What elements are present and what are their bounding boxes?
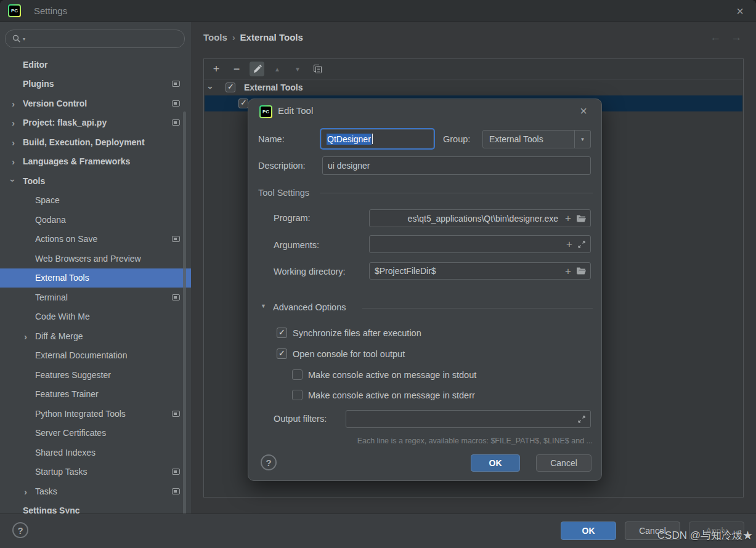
title-bar: Settings ×	[0, 0, 756, 22]
chevron-right-icon: ›	[24, 331, 27, 340]
sidebar-scrollbar[interactable]	[183, 111, 186, 532]
monitor-icon	[172, 119, 180, 126]
forward-arrow-icon[interactable]: →	[731, 31, 742, 44]
search-caret-icon: ▾	[23, 36, 25, 42]
monitor-icon	[172, 236, 180, 242]
description-input[interactable]: ui designer	[322, 156, 591, 175]
search-input[interactable]: ▾	[5, 30, 185, 48]
tree-row-external-tools[interactable]: › ✓ External Tools	[205, 79, 742, 95]
sidebar-item-terminal[interactable]: Terminal	[0, 288, 191, 307]
sidebar-item-space[interactable]: Space	[0, 191, 191, 211]
monitor-icon	[172, 411, 180, 417]
monitor-icon	[172, 294, 180, 300]
insert-macro-icon[interactable]: +	[565, 266, 571, 276]
edit-tool-dialog: Edit Tool × Name: QtDesigner Group: Exte…	[248, 99, 602, 481]
group-label: Group:	[443, 130, 470, 148]
sidebar-item-web-browsers-and-preview[interactable]: Web Browsers and Preview	[0, 249, 191, 268]
checkbox-label: Make console active on message in stdout	[308, 370, 476, 380]
sidebar-item-shared-indexes[interactable]: Shared Indexes	[0, 443, 191, 462]
output-filters-input[interactable]	[346, 410, 591, 428]
back-arrow-icon[interactable]: ←	[710, 31, 721, 44]
chevron-right-icon: ›	[12, 118, 15, 127]
sidebar-item-external-documentation[interactable]: External Documentation	[0, 346, 191, 366]
monitor-icon	[172, 488, 180, 494]
close-icon[interactable]: ×	[731, 2, 749, 20]
section-divider	[320, 193, 593, 193]
remove-icon[interactable]: −	[229, 62, 244, 76]
csdn-watermark: CSDN @与知冷煖★	[657, 528, 753, 542]
group-select[interactable]: External Tools ▼	[482, 130, 591, 148]
name-value-selected: QtDesigner	[327, 134, 372, 145]
help-icon[interactable]: ?	[261, 454, 277, 470]
edit-pencil-icon[interactable]	[250, 62, 264, 76]
sidebar-item-external-tools[interactable]: External Tools	[0, 268, 191, 288]
sidebar-item-startup-tasks[interactable]: Startup Tasks	[0, 462, 191, 482]
sidebar-item-server-certificates[interactable]: Server Certificates	[0, 424, 191, 443]
window-footer: ? OK Cancel Apply	[0, 514, 756, 548]
output-filters-label: Output filters:	[274, 410, 327, 428]
checkbox-console-active-stdout[interactable]	[292, 369, 303, 380]
check-icon: ✓	[227, 82, 234, 91]
expand-icon[interactable]	[577, 415, 586, 424]
sidebar-item-python-integrated-tools[interactable]: Python Integrated Tools	[0, 404, 191, 424]
sidebar-item-code-with-me[interactable]: Code With Me	[0, 307, 191, 327]
dialog-cancel-button[interactable]: Cancel	[536, 454, 591, 472]
working-directory-value: $ProjectFileDir$	[375, 266, 436, 276]
program-label: Program:	[274, 209, 311, 227]
move-down-icon[interactable]: ▼	[290, 62, 305, 76]
chevron-down-icon: ›	[9, 179, 18, 182]
sidebar-item-diff-merge[interactable]: ›Diff & Merge	[0, 326, 191, 346]
arguments-label: Arguments:	[274, 236, 319, 254]
checkbox-synchronize-files[interactable]: ✓	[277, 328, 287, 338]
sidebar-item-qodana[interactable]: Qodana	[0, 210, 191, 230]
monitor-icon	[172, 81, 180, 87]
sidebar-item-tasks[interactable]: ›Tasks	[0, 482, 191, 501]
expander-down-icon[interactable]: ▼	[261, 303, 266, 309]
move-up-icon[interactable]: ▲	[270, 62, 285, 76]
breadcrumb-tools[interactable]: Tools	[203, 32, 227, 42]
browse-folder-icon[interactable]	[576, 267, 586, 275]
sidebar-item-languages-frameworks[interactable]: ›Languages & Frameworks	[0, 152, 191, 172]
help-icon[interactable]: ?	[12, 522, 28, 538]
section-divider	[362, 308, 593, 308]
sidebar-item-version-control[interactable]: ›Version Control	[0, 94, 191, 113]
name-input[interactable]: QtDesigner	[321, 129, 434, 148]
pycharm-logo-icon	[8, 4, 21, 17]
sidebar-item-project[interactable]: ›Project: flask_api.py	[0, 113, 191, 133]
chevron-down-icon[interactable]: ›	[206, 86, 216, 89]
sidebar-item-features-trainer[interactable]: Features Trainer	[0, 385, 191, 405]
checkbox-external-tools[interactable]: ✓	[226, 83, 235, 92]
sidebar-item-actions-on-save[interactable]: Actions on Save	[0, 230, 191, 249]
checkbox-qtdesigner[interactable]: ✓	[238, 99, 248, 108]
copy-icon[interactable]	[311, 62, 325, 76]
sidebar-item-features-suggester[interactable]: Features Suggester	[0, 365, 191, 385]
chevron-right-icon: ›	[12, 137, 15, 147]
add-icon[interactable]: +	[209, 62, 224, 76]
arguments-input[interactable]: +	[369, 235, 591, 253]
checkbox-console-active-stderr[interactable]	[292, 390, 303, 400]
insert-macro-icon[interactable]: +	[566, 239, 572, 249]
sidebar-item-editor[interactable]: Editor	[0, 55, 191, 75]
settings-sidebar: ▾ Editor Plugins ›Version Control ›Proje…	[0, 22, 191, 514]
expand-icon[interactable]	[577, 240, 586, 249]
dialog-ok-button[interactable]: OK	[471, 454, 520, 472]
checkbox-open-console[interactable]: ✓	[277, 349, 287, 359]
working-directory-label: Working directory:	[274, 263, 346, 281]
group-value: External Tools	[489, 134, 543, 144]
insert-macro-icon[interactable]: +	[565, 213, 571, 224]
program-input[interactable]: es\qt5_applications\Qt\bin\designer.exe …	[369, 209, 591, 227]
dropdown-arrow-icon[interactable]: ▼	[574, 131, 590, 148]
sidebar-item-build-execution-deployment[interactable]: ›Build, Execution, Deployment	[0, 132, 191, 152]
ok-button[interactable]: OK	[561, 522, 616, 540]
browse-folder-icon[interactable]	[576, 214, 586, 223]
advanced-options-label[interactable]: Advanced Options	[273, 302, 346, 312]
breadcrumb-external-tools: External Tools	[240, 32, 303, 42]
sidebar-item-plugins[interactable]: Plugins	[0, 75, 191, 94]
chevron-right-icon: ›	[12, 157, 15, 166]
breadcrumb: Tools › External Tools	[203, 32, 303, 42]
settings-window: Settings × ▾ Editor Plugins ›Version Con…	[0, 0, 756, 548]
sidebar-item-tools[interactable]: ›Tools	[0, 171, 191, 191]
working-directory-input[interactable]: $ProjectFileDir$ +	[369, 262, 591, 280]
close-icon[interactable]: ×	[575, 102, 592, 119]
monitor-icon	[172, 100, 180, 107]
